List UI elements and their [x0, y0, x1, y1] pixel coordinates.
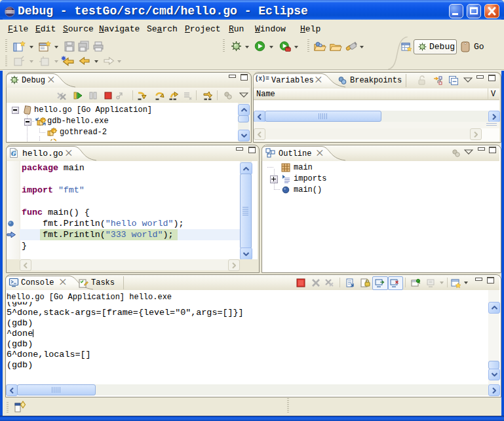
svg-text:G: G [11, 150, 16, 157]
